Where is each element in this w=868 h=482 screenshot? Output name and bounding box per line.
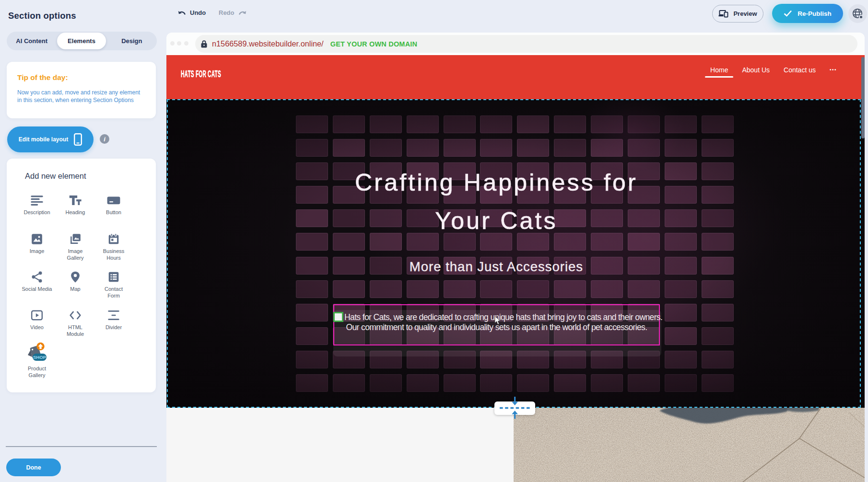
svg-text:SHOP: SHOP xyxy=(33,355,47,360)
